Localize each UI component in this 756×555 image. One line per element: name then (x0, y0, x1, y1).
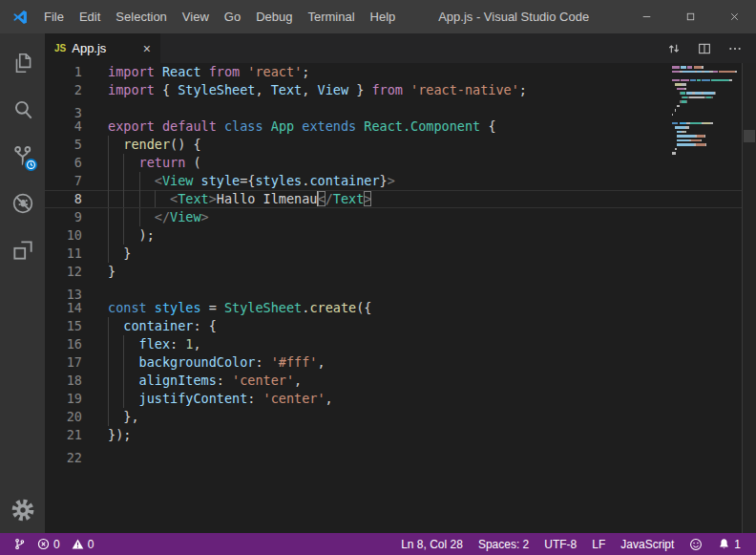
token: , (294, 373, 302, 388)
code-line-7[interactable]: 7 <View style={styles.container}> (45, 172, 742, 190)
line-number[interactable]: 22 (45, 449, 82, 467)
sidebar-debug[interactable] (0, 180, 45, 226)
code-line-16[interactable]: 16 flex: 1, (45, 335, 742, 353)
menu-file[interactable]: File (36, 0, 72, 33)
token: : (217, 373, 232, 388)
close-tab-icon[interactable]: × (143, 41, 151, 56)
sidebar-explorer[interactable] (0, 39, 45, 86)
line-number[interactable]: 17 (45, 353, 82, 372)
status-git-branch[interactable] (8, 533, 32, 555)
line-number[interactable]: 7 (45, 172, 82, 190)
code-content: } (108, 245, 131, 263)
sidebar-source-control[interactable] (0, 133, 45, 180)
code-line-13[interactable]: 13 (45, 281, 742, 299)
menu-terminal[interactable]: Terminal (300, 0, 362, 33)
status-language-mode[interactable]: JavaScript (613, 533, 682, 555)
line-number[interactable]: 14 (45, 299, 82, 317)
line-number[interactable]: 20 (45, 408, 82, 426)
code-line-6[interactable]: 6 return ( (45, 154, 742, 172)
status-label: Spaces: 2 (478, 538, 529, 551)
line-number[interactable]: 9 (45, 208, 82, 226)
code-line-14[interactable]: 14const styles = StyleSheet.create({ (45, 299, 742, 317)
status-notifications[interactable]: 1 (710, 533, 748, 555)
code-line-22[interactable]: 22 (45, 444, 742, 462)
split-editor-button[interactable] (697, 41, 712, 56)
code-line-1[interactable]: 1import React from 'react'; (45, 63, 742, 81)
token: Text (333, 191, 365, 206)
indent-guide (108, 245, 109, 263)
status-eol-sequence[interactable]: LF (584, 533, 613, 555)
manage-settings[interactable] (0, 486, 45, 533)
line-number[interactable]: 18 (45, 372, 82, 390)
line-number[interactable]: 16 (45, 335, 82, 353)
menu-debug[interactable]: Debug (248, 0, 300, 33)
status-problems-errors[interactable]: 0 (32, 533, 66, 555)
token (403, 82, 410, 97)
status-label: 0 (88, 538, 94, 551)
code-line-9[interactable]: 9 </View> (45, 208, 742, 226)
token: } (123, 245, 131, 261)
menu-help[interactable]: Help (363, 0, 404, 33)
token: StyleSheet (224, 300, 302, 315)
line-number[interactable]: 19 (45, 390, 82, 408)
minimap[interactable] (668, 63, 742, 533)
status-feedback[interactable] (682, 533, 710, 555)
code-line-4[interactable]: 4export default class App extends React.… (45, 117, 742, 136)
status-indentation[interactable]: Spaces: 2 (471, 533, 536, 555)
more-actions-button[interactable] (727, 41, 743, 56)
menu-view[interactable]: View (175, 0, 217, 33)
token: container (309, 173, 379, 188)
indent-guide (123, 335, 124, 353)
token: < (155, 173, 162, 188)
sidebar-search[interactable] (0, 86, 45, 133)
code-line-19[interactable]: 19 justifyContent: 'center', (45, 390, 742, 408)
code-content: import { StyleSheet, Text, View } from '… (108, 81, 527, 99)
line-number[interactable]: 15 (45, 317, 82, 335)
line-number[interactable]: 5 (45, 136, 82, 154)
menu-go[interactable]: Go (217, 0, 248, 33)
code-line-20[interactable]: 20 }, (45, 408, 742, 426)
line-number[interactable]: 6 (45, 154, 82, 172)
code-editor[interactable]: 1import React from 'react';2import { Sty… (45, 63, 756, 533)
code-line-2[interactable]: 2import { StyleSheet, Text, View } from … (45, 81, 742, 99)
status-cursor-position[interactable]: Ln 8, Col 28 (393, 533, 471, 555)
minimap-token (677, 139, 689, 142)
line-number[interactable]: 1 (45, 63, 82, 81)
line-number[interactable]: 8 (45, 190, 82, 208)
close-button[interactable] (712, 0, 756, 33)
line-number[interactable]: 11 (45, 245, 82, 263)
overview-ruler-marker (744, 130, 755, 142)
status-encoding[interactable]: UTF-8 (536, 533, 584, 555)
code-line-3[interactable]: 3 (45, 99, 742, 117)
code-content: }, (108, 408, 139, 426)
line-number[interactable]: 12 (45, 263, 82, 281)
status-problems-warnings[interactable]: 0 (66, 533, 100, 555)
line-number[interactable]: 10 (45, 226, 82, 245)
line-number[interactable]: 4 (45, 117, 82, 136)
code-content: justifyContent: 'center', (108, 390, 333, 408)
token: export (108, 118, 155, 134)
code-line-21[interactable]: 21}); (45, 426, 742, 444)
line-number[interactable]: 2 (45, 81, 82, 99)
code-line-10[interactable]: 10 ); (45, 226, 742, 245)
maximize-button[interactable] (668, 0, 712, 33)
minimap-token (685, 126, 689, 129)
code-line-8[interactable]: 8 <Text>Hallo Ilmenau</Text> (45, 190, 742, 208)
sidebar-extensions[interactable] (0, 226, 45, 273)
scrollbar[interactable] (742, 63, 756, 533)
code-line-11[interactable]: 11 } (45, 245, 742, 263)
tab-appjs[interactable]: JS App.js × (45, 33, 160, 63)
code-line-17[interactable]: 17 backgroundColor: '#fff', (45, 353, 742, 372)
token: / (326, 191, 333, 206)
menu-edit[interactable]: Edit (72, 0, 108, 33)
minimize-button[interactable] (624, 0, 668, 33)
open-changes-button[interactable] (666, 41, 682, 56)
token: ={ (240, 173, 255, 188)
code-line-5[interactable]: 5 render() { (45, 136, 742, 154)
menu-selection[interactable]: Selection (108, 0, 174, 33)
code-line-18[interactable]: 18 alignItems: 'center', (45, 372, 742, 390)
minimap-token (672, 66, 680, 69)
code-line-15[interactable]: 15 container: { (45, 317, 742, 335)
code-line-12[interactable]: 12} (45, 263, 742, 281)
line-number[interactable]: 21 (45, 426, 82, 444)
